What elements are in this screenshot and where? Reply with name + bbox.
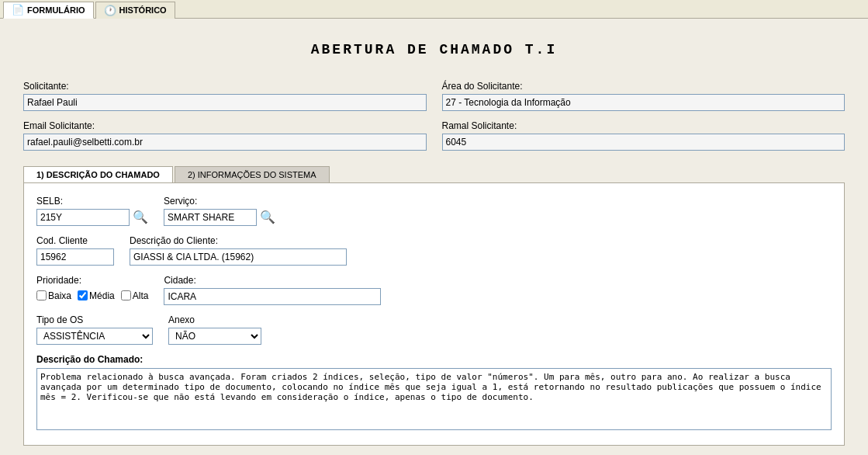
tab-informacoes[interactable]: 2) INFORMAÇÕES DO SISTEMA [175,166,330,182]
tipo-os-select[interactable]: ASSISTÊNCIA INSTALAÇÃO MANUTENÇÃO [36,328,153,345]
ramal-input[interactable] [442,134,846,151]
anexo-group: Anexo NÃO SIM [168,314,261,345]
solicitante-input[interactable] [23,94,427,111]
cidade-input[interactable] [164,288,381,305]
prioridade-baixa-option[interactable]: Baixa [36,290,71,301]
desc-cliente-label: Descrição do Cliente: [130,235,347,246]
inner-row-4: Tipo de OS ASSISTÊNCIA INSTALAÇÃO MANUTE… [36,314,832,345]
tab-formulario[interactable]: 📄 FORMULÁRIO [3,2,94,19]
descricao-label: Descrição do Chamado: [36,354,832,365]
formulario-icon: 📄 [12,4,24,16]
page-title: ABERTURA DE CHAMADO T.I [23,42,845,57]
solicitante-label: Solicitante: [23,81,427,92]
tab-informacoes-label: 2) INFORMAÇÕES DO SISTEMA [188,170,316,179]
servico-input-group: 🔍 [164,209,275,226]
cidade-group: Cidade: [164,275,381,305]
cod-cliente-input[interactable] [36,248,114,266]
prioridade-alta-option[interactable]: Alta [121,290,149,301]
area-group: Área do Solicitante: [442,81,846,111]
anexo-label: Anexo [168,314,261,325]
tab-descricao-label: 1) DESCRIÇÃO DO CHAMADO [36,170,160,179]
header-row-2: Email Solicitante: Ramal Solicitante: [23,120,845,151]
servico-input[interactable] [164,209,257,226]
tipo-os-group: Tipo de OS ASSISTÊNCIA INSTALAÇÃO MANUTE… [36,314,153,345]
prioridade-label: Prioridade: [36,275,148,286]
selb-label: SELB: [36,196,148,207]
selb-group: SELB: 🔍 [36,196,148,226]
top-tab-bar: 📄 FORMULÁRIO 🕐 HISTÓRICO [0,0,868,19]
area-label: Área do Solicitante: [442,81,846,92]
solicitante-group: Solicitante: [23,81,427,111]
servico-group: Serviço: 🔍 [164,196,275,226]
descricao-textarea[interactable] [36,368,832,430]
prioridade-media-label: Média [89,290,115,301]
email-input[interactable] [23,134,427,151]
prioridade-alta-checkbox[interactable] [121,290,131,300]
tipo-os-label: Tipo de OS [36,314,153,325]
priority-options: Baixa Média Alta [36,288,148,305]
header-row-1: Solicitante: Área do Solicitante: [23,81,845,111]
cidade-label: Cidade: [164,275,381,286]
inner-row-2: Cod. Cliente Descrição do Cliente: [36,235,832,266]
tab-historico[interactable]: 🕐 HISTÓRICO [95,2,175,19]
prioridade-group: Prioridade: Baixa Média Alta [36,275,148,305]
email-label: Email Solicitante: [23,120,427,131]
selb-input-group: 🔍 [36,209,148,226]
email-group: Email Solicitante: [23,120,427,151]
cod-cliente-label: Cod. Cliente [36,235,114,246]
descricao-section: Descrição do Chamado: [36,354,832,432]
inner-row-1: SELB: 🔍 Serviço: 🔍 [36,196,832,226]
selb-input[interactable] [36,209,130,226]
prioridade-media-checkbox[interactable] [78,290,88,300]
inner-panel: SELB: 🔍 Serviço: 🔍 Cod. Cliente [23,182,845,446]
inner-row-3: Prioridade: Baixa Média Alta [36,275,832,305]
tab-historico-label: HISTÓRICO [119,5,167,15]
tab-formulario-label: FORMULÁRIO [27,5,85,15]
tab-descricao[interactable]: 1) DESCRIÇÃO DO CHAMADO [23,166,173,182]
selb-search-button[interactable]: 🔍 [133,211,148,224]
inner-tab-bar: 1) DESCRIÇÃO DO CHAMADO 2) INFORMAÇÕES D… [23,166,845,182]
cod-cliente-group: Cod. Cliente [36,235,114,266]
desc-cliente-group: Descrição do Cliente: [130,235,347,266]
prioridade-baixa-label: Baixa [48,290,71,301]
prioridade-media-option[interactable]: Média [78,290,115,301]
prioridade-baixa-checkbox[interactable] [36,290,47,300]
ramal-label: Ramal Solicitante: [442,120,846,131]
servico-search-button[interactable]: 🔍 [260,211,275,224]
main-content: ABERTURA DE CHAMADO T.I Solicitante: Áre… [0,19,868,455]
historico-icon: 🕐 [104,5,116,16]
desc-cliente-input[interactable] [130,248,347,266]
anexo-select[interactable]: NÃO SIM [168,328,261,345]
servico-label: Serviço: [164,196,275,207]
ramal-group: Ramal Solicitante: [442,120,846,151]
prioridade-alta-label: Alta [133,290,149,301]
area-input[interactable] [442,94,846,111]
